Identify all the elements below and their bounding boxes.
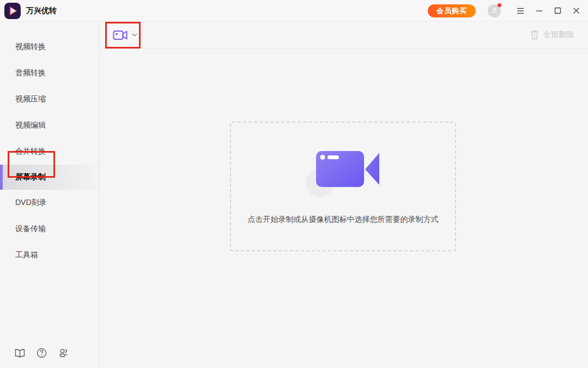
hamburger-menu-icon[interactable]	[516, 7, 525, 15]
maximize-icon[interactable]	[553, 7, 562, 15]
titlebar: 万兴优转 会员购买	[0, 0, 588, 22]
start-record-dropzone[interactable]: 点击开始录制或从摄像机图标中选择您所需要的录制方式	[230, 122, 456, 251]
record-main-panel: 点击开始录制或从摄像机图标中选择您所需要的录制方式	[100, 49, 588, 368]
user-avatar[interactable]	[488, 4, 501, 17]
close-icon[interactable]	[572, 7, 580, 15]
membership-buy-button[interactable]: 会员购买	[428, 4, 476, 17]
trash-icon	[530, 30, 539, 40]
chevron-down-icon	[132, 33, 137, 37]
record-mode-dropdown[interactable]	[113, 29, 137, 41]
sidebar-footer	[0, 348, 99, 368]
content-area: 全部删除	[100, 22, 588, 368]
minimize-icon[interactable]	[535, 7, 543, 15]
sidebar: 视频转换 音频转换 视频压缩 视频编辑 合并转换 屏幕录制 DVD刻录 设备传输…	[0, 22, 100, 368]
sidebar-item-device-transfer[interactable]: 设备传输	[0, 216, 99, 242]
help-icon[interactable]	[37, 348, 47, 358]
dropzone-hint-text: 点击开始录制或从摄像机图标中选择您所需要的录制方式	[248, 215, 439, 225]
delete-all-label: 全部删除	[543, 30, 574, 40]
sidebar-spacer	[0, 268, 99, 348]
sidebar-item-video-edit[interactable]: 视频编辑	[0, 112, 99, 138]
sidebar-item-video-convert[interactable]: 视频转换	[0, 34, 99, 60]
sidebar-item-dvd-burn[interactable]: DVD刻录	[0, 190, 99, 216]
sidebar-item-video-compress[interactable]: 视频压缩	[0, 86, 99, 112]
toolbar: 全部删除	[100, 22, 588, 49]
app-title: 万兴优转	[26, 6, 57, 16]
sidebar-item-audio-convert[interactable]: 音频转换	[0, 60, 99, 86]
sidebar-item-toolbox[interactable]: 工具箱	[0, 242, 99, 268]
notification-dot	[498, 3, 501, 7]
app-logo-icon	[4, 3, 21, 19]
sidebar-item-screen-record[interactable]: 屏幕录制	[0, 165, 99, 190]
contact-icon[interactable]	[58, 348, 69, 358]
video-camera-icon	[113, 29, 129, 41]
guide-book-icon[interactable]	[15, 348, 25, 358]
delete-all-button[interactable]: 全部删除	[530, 30, 574, 40]
sidebar-item-merge-convert[interactable]: 合并转换	[0, 138, 99, 165]
video-camera-illustration	[305, 148, 381, 200]
